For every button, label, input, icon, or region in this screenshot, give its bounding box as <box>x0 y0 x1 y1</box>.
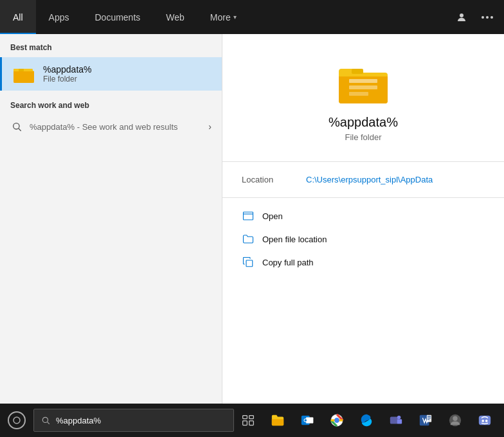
svg-point-1 <box>482 16 484 19</box>
svg-point-29 <box>334 418 339 422</box>
chevron-right-icon: › <box>208 121 212 132</box>
info-location-row: Location C:\Users\erpsupport_sipl\AppDat… <box>222 175 504 197</box>
action-open-file-location-label: Open file location <box>262 235 327 244</box>
word-icon[interactable] <box>411 406 440 434</box>
result-type: File folder <box>43 75 92 84</box>
taskbar: %appdata% <box>0 404 504 437</box>
location-label: Location <box>242 175 306 184</box>
svg-rect-15 <box>246 260 253 267</box>
action-open[interactable]: Open <box>222 204 504 227</box>
search-work-label: Search work and web <box>0 91 222 115</box>
svg-point-42 <box>485 420 488 422</box>
svg-rect-23 <box>302 416 310 425</box>
svg-rect-11 <box>349 79 377 83</box>
svg-point-39 <box>453 416 457 421</box>
tab-apps[interactable]: Apps <box>36 0 82 34</box>
svg-rect-34 <box>427 415 431 422</box>
action-copy-full-path[interactable]: Copy full path <box>222 251 504 274</box>
divider-1 <box>222 161 504 162</box>
action-copy-path-label: Copy full path <box>262 258 314 267</box>
svg-point-41 <box>482 420 484 422</box>
folder-icon-small <box>12 62 35 85</box>
svg-rect-40 <box>479 416 491 425</box>
action-open-label: Open <box>262 211 283 221</box>
main-content: Best match %appdata% File folder Search … <box>0 34 504 404</box>
left-panel: Best match %appdata% File folder Search … <box>0 34 222 404</box>
discord-icon[interactable] <box>471 406 499 434</box>
svg-point-28 <box>334 418 339 422</box>
taskbar-search-icon <box>40 415 51 425</box>
start-circle-icon <box>8 411 26 429</box>
tab-all[interactable]: All <box>0 0 36 34</box>
folder-icon <box>14 65 34 83</box>
svg-point-3 <box>491 16 493 19</box>
svg-rect-36 <box>428 418 431 418</box>
svg-point-27 <box>331 415 343 426</box>
outlook-icon[interactable] <box>293 406 321 434</box>
search-web-item[interactable]: %appdata% - See work and web results › <box>0 115 222 138</box>
result-text: %appdata% File folder <box>43 64 92 84</box>
taskbar-search-box[interactable]: %appdata% <box>33 409 234 432</box>
svg-rect-35 <box>428 416 431 417</box>
search-web-text: %appdata% - See work and web results <box>30 122 178 132</box>
svg-rect-13 <box>349 92 368 96</box>
best-match-label: Best match <box>0 34 222 57</box>
user-icon-button[interactable] <box>450 6 473 29</box>
open-icon <box>242 210 255 222</box>
svg-rect-19 <box>243 416 248 419</box>
svg-rect-20 <box>249 416 254 419</box>
svg-point-0 <box>460 13 464 17</box>
task-view-icon[interactable] <box>234 406 262 434</box>
start-button[interactable] <box>0 404 33 437</box>
chrome-icon[interactable] <box>323 406 351 434</box>
taskbar-icons <box>234 406 504 434</box>
svg-point-16 <box>14 417 20 424</box>
svg-point-2 <box>486 16 489 19</box>
top-nav: All Apps Documents Web More ▾ <box>0 0 504 34</box>
tab-documents[interactable]: Documents <box>82 0 153 34</box>
right-panel: %appdata% File folder Location C:\Users\… <box>222 34 504 404</box>
svg-line-9 <box>19 129 21 131</box>
taskbar-search-text: %appdata% <box>56 416 101 425</box>
result-name: %appdata% <box>43 64 92 75</box>
edge-icon[interactable] <box>352 406 381 434</box>
svg-rect-32 <box>397 419 402 424</box>
tab-web[interactable]: Web <box>153 0 197 34</box>
folder-icon-large <box>338 60 389 105</box>
more-options-button[interactable] <box>476 6 499 29</box>
tab-more[interactable]: More ▾ <box>197 0 249 34</box>
ellipsis-icon <box>482 16 493 19</box>
svg-rect-14 <box>244 212 253 220</box>
svg-point-17 <box>42 417 48 422</box>
nav-right-icons <box>450 6 504 29</box>
folder-open-icon <box>242 233 255 245</box>
result-item-appdata[interactable]: %appdata% File folder <box>0 57 222 91</box>
taskbar-user-avatar[interactable] <box>441 406 469 434</box>
svg-point-8 <box>14 123 19 129</box>
chevron-down-icon: ▾ <box>233 13 237 21</box>
location-value[interactable]: C:\Users\erpsupport_sipl\AppData <box>306 175 433 184</box>
svg-rect-10 <box>352 69 363 74</box>
search-icon <box>10 120 23 133</box>
file-explorer-icon[interactable] <box>264 406 292 434</box>
svg-rect-33 <box>420 415 429 426</box>
svg-point-26 <box>304 419 307 422</box>
svg-rect-22 <box>249 421 254 425</box>
teams-icon[interactable] <box>382 406 410 434</box>
svg-rect-37 <box>428 419 430 420</box>
copy-icon <box>242 256 255 269</box>
svg-rect-7 <box>19 69 24 71</box>
svg-point-25 <box>304 418 308 422</box>
svg-rect-24 <box>306 417 313 423</box>
app-title: %appdata% <box>328 115 398 130</box>
user-icon <box>456 12 467 23</box>
svg-rect-21 <box>243 421 248 425</box>
svg-rect-30 <box>390 417 399 424</box>
action-open-file-location[interactable]: Open file location <box>222 227 504 251</box>
svg-point-31 <box>397 416 401 420</box>
app-subtitle: File folder <box>345 132 381 142</box>
svg-rect-12 <box>349 85 377 89</box>
divider-2 <box>222 197 504 198</box>
svg-point-38 <box>449 415 461 426</box>
svg-line-18 <box>48 422 50 424</box>
